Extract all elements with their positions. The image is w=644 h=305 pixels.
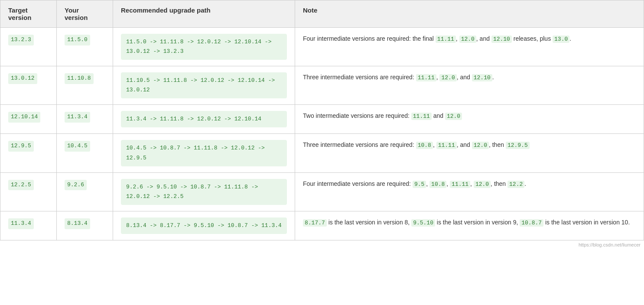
col-header-path: Recommended upgrade path bbox=[113, 0, 295, 28]
upgrade-path-value: 11.3.4 -> 11.11.8 -> 12.0.12 -> 12.10.14 bbox=[121, 111, 287, 127]
note-code-tag: 11.11 bbox=[411, 113, 432, 120]
note-code-tag: 12.2 bbox=[507, 181, 524, 188]
your-version-cell: 11.5.0 bbox=[57, 28, 113, 66]
watermark: https://blog.csdn.net/liumecer bbox=[0, 240, 644, 249]
target-version-value: 12.10.14 bbox=[8, 112, 40, 123]
note-code-tag: 12.0 bbox=[445, 113, 462, 120]
note-code-tag: 12.10 bbox=[491, 36, 512, 43]
target-version-value: 12.2.5 bbox=[8, 180, 34, 191]
note-code-tag: 13.0 bbox=[553, 36, 569, 43]
upgrade-path-value: 11.10.5 -> 11.11.8 -> 12.0.12 -> 12.10.1… bbox=[121, 72, 287, 98]
note-code-tag: 9.5.10 bbox=[411, 219, 435, 227]
table-row: 13.2.311.5.011.5.0 -> 11.11.8 -> 12.0.12… bbox=[0, 28, 644, 66]
your-version-cell: 11.10.8 bbox=[57, 66, 113, 105]
upgrade-path-value: 10.4.5 -> 10.8.7 -> 11.11.8 -> 12.0.12 -… bbox=[121, 140, 287, 166]
note-code-tag: 10.8.7 bbox=[520, 219, 543, 227]
note-code-tag: 10.8 bbox=[416, 142, 433, 149]
col-header-target: Targetversion bbox=[0, 0, 57, 28]
your-version-value: 8.13.4 bbox=[65, 218, 90, 229]
note-code-tag: 9.5 bbox=[413, 181, 426, 188]
target-version-value: 13.0.12 bbox=[8, 73, 37, 84]
upgrade-path-cell: 10.4.5 -> 10.8.7 -> 11.11.8 -> 12.0.12 -… bbox=[113, 134, 295, 172]
upgrade-path-cell: 11.10.5 -> 11.11.8 -> 12.0.12 -> 12.10.1… bbox=[113, 66, 295, 105]
note-code-tag: 10.8 bbox=[429, 181, 446, 188]
note-code-tag: 12.0 bbox=[439, 74, 456, 81]
target-version-value: 12.9.5 bbox=[8, 141, 34, 152]
target-version-value: 13.2.3 bbox=[8, 35, 34, 45]
table-header-row: Targetversion Yourversion Recommended up… bbox=[0, 0, 644, 28]
upgrade-path-value: 11.5.0 -> 11.11.8 -> 12.0.12 -> 12.10.14… bbox=[121, 34, 287, 60]
your-version-cell: 10.4.5 bbox=[57, 134, 113, 172]
your-version-value: 9.2.6 bbox=[65, 180, 87, 191]
your-version-value: 11.5.0 bbox=[65, 35, 90, 45]
note-cell: Four intermediate versions are required:… bbox=[295, 28, 644, 66]
target-version-cell: 12.10.14 bbox=[0, 105, 57, 134]
col-header-note: Note bbox=[295, 0, 644, 28]
note-cell: Three intermediate versions are required… bbox=[295, 134, 644, 172]
target-version-cell: 13.0.12 bbox=[0, 66, 57, 105]
note-cell: 8.17.7 is the last version in version 8,… bbox=[295, 211, 644, 240]
table-row: 12.9.510.4.510.4.5 -> 10.8.7 -> 11.11.8 … bbox=[0, 134, 644, 172]
col-header-your: Yourversion bbox=[57, 0, 113, 28]
your-version-value: 11.10.8 bbox=[65, 73, 94, 84]
table-row: 12.2.59.2.69.2.6 -> 9.5.10 -> 10.8.7 -> … bbox=[0, 172, 644, 211]
note-code-tag: 12.0 bbox=[472, 142, 489, 149]
target-version-cell: 13.2.3 bbox=[0, 28, 57, 66]
target-version-cell: 12.2.5 bbox=[0, 172, 57, 211]
upgrade-path-cell: 11.3.4 -> 11.11.8 -> 12.0.12 -> 12.10.14 bbox=[113, 105, 295, 134]
note-code-tag: 12.0 bbox=[474, 181, 491, 188]
note-code-tag: 11.11 bbox=[450, 181, 470, 188]
table-row: 11.3.48.13.48.13.4 -> 8.17.7 -> 9.5.10 -… bbox=[0, 211, 644, 240]
note-code-tag: 12.0 bbox=[459, 36, 476, 43]
note-code-tag: 11.11 bbox=[436, 36, 456, 43]
note-code-tag: 11.11 bbox=[436, 142, 457, 149]
upgrade-path-cell: 8.13.4 -> 8.17.7 -> 9.5.10 -> 10.8.7 -> … bbox=[113, 211, 295, 240]
upgrade-path-table-wrapper: Targetversion Yourversion Recommended up… bbox=[0, 0, 644, 249]
table-row: 13.0.1211.10.811.10.5 -> 11.11.8 -> 12.0… bbox=[0, 66, 644, 105]
upgrade-path-value: 9.2.6 -> 9.5.10 -> 10.8.7 -> 11.11.8 -> … bbox=[121, 179, 287, 205]
target-version-value: 11.3.4 bbox=[8, 218, 34, 229]
note-code-tag: 12.9.5 bbox=[506, 142, 530, 149]
upgrade-path-cell: 11.5.0 -> 11.11.8 -> 12.0.12 -> 12.10.14… bbox=[113, 28, 295, 66]
upgrade-path-table: Targetversion Yourversion Recommended up… bbox=[0, 0, 644, 240]
your-version-cell: 8.13.4 bbox=[57, 211, 113, 240]
your-version-cell: 9.2.6 bbox=[57, 172, 113, 211]
your-version-cell: 11.3.4 bbox=[57, 105, 113, 134]
note-code-tag: 12.10 bbox=[472, 74, 492, 81]
note-cell: Three intermediate versions are required… bbox=[295, 66, 644, 105]
note-code-tag: 11.11 bbox=[416, 74, 436, 81]
upgrade-path-value: 8.13.4 -> 8.17.7 -> 9.5.10 -> 10.8.7 -> … bbox=[121, 217, 287, 234]
your-version-value: 11.3.4 bbox=[65, 112, 90, 123]
note-code-tag: 8.17.7 bbox=[303, 219, 327, 227]
note-cell: Two intermediate versions are required: … bbox=[295, 105, 644, 134]
target-version-cell: 12.9.5 bbox=[0, 134, 57, 172]
your-version-value: 10.4.5 bbox=[65, 141, 90, 152]
upgrade-path-cell: 9.2.6 -> 9.5.10 -> 10.8.7 -> 11.11.8 -> … bbox=[113, 172, 295, 211]
target-version-cell: 11.3.4 bbox=[0, 211, 57, 240]
table-row: 12.10.1411.3.411.3.4 -> 11.11.8 -> 12.0.… bbox=[0, 105, 644, 134]
note-cell: Four intermediate versions are required:… bbox=[295, 172, 644, 211]
